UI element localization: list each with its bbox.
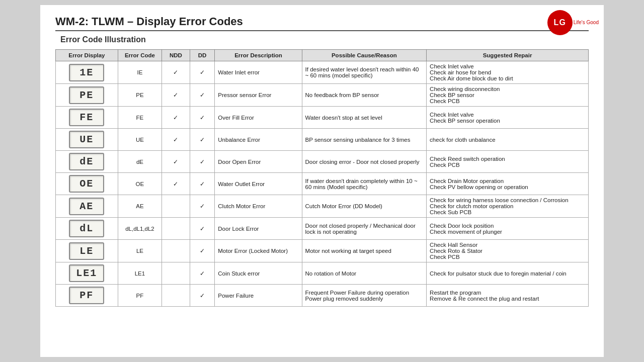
cell-dd: ✓ [190,262,215,285]
cell-display: FE [56,107,118,129]
cell-repair: check for cloth unbalance [427,129,589,151]
cell-code: OE [118,173,162,195]
page-container: LG Life's Good WM-2: TLWM – Display Erro… [40,5,604,357]
cell-cause: Water doesn't stop at set level [302,107,427,129]
table-row: PFPF✓Power FailureFrequent Power Failure… [56,285,589,307]
cell-code: IE [118,61,162,84]
display-box: 1E [69,64,104,81]
cell-cause: Door closing error - Door not closed pro… [302,151,427,173]
table-row: UEUE✓✓Unbalance ErrorBP sensor sensing u… [56,129,589,151]
header-code: Error Code [118,50,162,61]
table-row: LE1LE1✓Coin Stuck errorNo rotation of Mo… [56,262,589,285]
display-box: AE [69,198,104,215]
cell-ndd: ✓ [162,173,190,195]
cell-code: dE [118,151,162,173]
cell-ndd: ✓ [162,84,190,107]
cell-description: Over Fill Error [215,107,302,129]
table-row: AEAE✓Clutch Motor ErrorCutch Motor Error… [56,195,589,218]
cell-display: LE [56,240,118,262]
cell-description: Door Open Error [215,151,302,173]
cell-repair: Check Hall Sensor Check Roto & Stator Ch… [427,240,589,262]
cell-description: Coin Stuck error [215,262,302,285]
display-box: FE [69,109,104,126]
cell-description: Door Lock Error [215,218,302,240]
cell-description: Motor Error (Locked Motor) [215,240,302,262]
cell-dd: ✓ [190,129,215,151]
cell-ndd [162,285,190,307]
header-ndd: NDD [162,50,190,61]
page-title: WM-2: TLWM – Display Error Codes [55,15,589,31]
cell-dd: ✓ [190,151,215,173]
cell-ndd: ✓ [162,107,190,129]
cell-display: PE [56,84,118,107]
cell-repair: Restart the program Remove & Re connect … [427,285,589,307]
table-row: PEPE✓✓Pressor sensor ErrorNo feedback fr… [56,84,589,107]
table-header-row: Error Display Error Code NDD DD Error De… [56,50,589,61]
cell-cause: Motor not working at target speed [302,240,427,262]
header-description: Error Description [215,50,302,61]
header-display: Error Display [56,50,118,61]
cell-cause: No feedback from BP sensor [302,84,427,107]
cell-display: LE1 [56,262,118,285]
table-row: dLdL,dL1,dL2✓Door Lock ErrorDoor not clo… [56,218,589,240]
cell-ndd [162,240,190,262]
logo-tagline: Life's Good [574,20,599,26]
cell-repair: Check Inlet valve Check BP sensor operat… [427,107,589,129]
cell-description: Water Inlet error [215,61,302,84]
cell-code: LE1 [118,262,162,285]
display-box: dL [69,220,104,237]
cell-cause: BP sensor sensing unbalance for 3 times [302,129,427,151]
cell-code: AE [118,195,162,218]
cell-code: dL,dL1,dL2 [118,218,162,240]
cell-ndd: ✓ [162,151,190,173]
cell-code: PE [118,84,162,107]
header-cause: Possible Cause/Reason [302,50,427,61]
cell-cause: If desired water level doesn't reach wit… [302,61,427,84]
cell-cause: No rotation of Motor [302,262,427,285]
cell-code: FE [118,107,162,129]
cell-dd: ✓ [190,195,215,218]
cell-description: Power Failure [215,285,302,307]
cell-repair: Check Inlet valve Check air hose for ben… [427,61,589,84]
cell-display: 1E [56,61,118,84]
cell-ndd [162,195,190,218]
cell-repair: Check Drain Motor operation Check PV bel… [427,173,589,195]
cell-repair: Check wiring disconneciton Check BP sens… [427,84,589,107]
cell-cause: Frequent Power Failure during operation … [302,285,427,307]
cell-description: Water Outlet Error [215,173,302,195]
cell-description: Unbalance Error [215,129,302,151]
table-row: LELE✓Motor Error (Locked Motor)Motor not… [56,240,589,262]
cell-dd: ✓ [190,173,215,195]
logo-text: LG [554,18,566,27]
cell-dd: ✓ [190,285,215,307]
display-box: LE [69,242,104,260]
table-row: dEdE✓✓Door Open ErrorDoor closing error … [56,151,589,173]
cell-repair: Check for wiring harness loose connectio… [427,195,589,218]
cell-repair: Check for pulsator stuck due to foregin … [427,262,589,285]
header-repair: Suggested Repair [427,50,589,61]
cell-repair: Check Door lock position Check movement … [427,218,589,240]
cell-description: Pressor sensor Error [215,84,302,107]
cell-cause: Cutch Motor Error (DD Model) [302,195,427,218]
cell-description: Clutch Motor Error [215,195,302,218]
cell-display: UE [56,129,118,151]
display-box: dE [69,153,104,170]
cell-ndd [162,262,190,285]
cell-display: dE [56,151,118,173]
error-codes-table: Error Display Error Code NDD DD Error De… [55,49,589,307]
display-box: PE [69,86,104,104]
display-box: LE1 [69,264,104,282]
cell-display: dL [56,218,118,240]
cell-repair: Check Reed switch operation Check PCB [427,151,589,173]
cell-ndd: ✓ [162,61,190,84]
cell-dd: ✓ [190,61,215,84]
cell-cause: Door not closed properly / Mechanical do… [302,218,427,240]
cell-code: UE [118,129,162,151]
cell-dd: ✓ [190,84,215,107]
table-row: OEOE✓✓Water Outlet ErrorIf water doesn't… [56,173,589,195]
logo-circle: LG [547,10,573,35]
section-title: Error Code Illustration [60,35,589,44]
display-box: UE [69,131,104,148]
table-row: 1EIE✓✓Water Inlet errorIf desired water … [56,61,589,84]
cell-dd: ✓ [190,107,215,129]
